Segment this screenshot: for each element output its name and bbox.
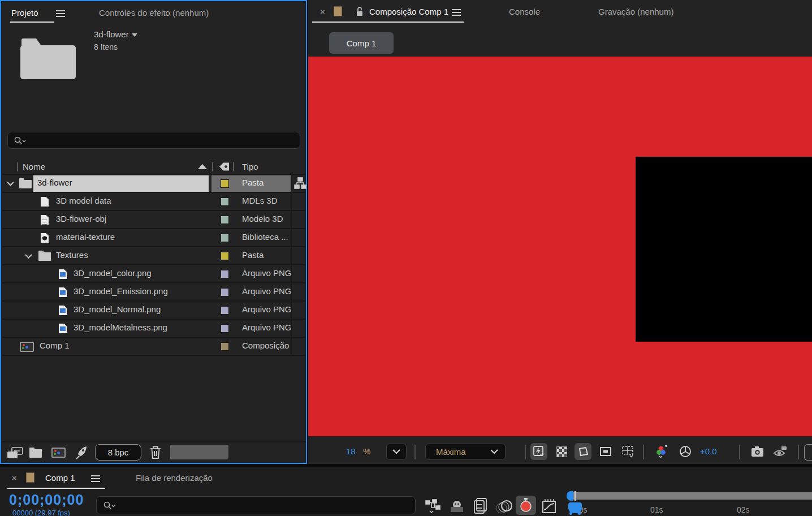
toolbar-divider (798, 445, 799, 459)
panel-menu-icon[interactable] (55, 10, 66, 18)
item-type: Composição (242, 341, 291, 350)
mini-flowchart-icon[interactable] (425, 499, 442, 514)
label-color-swatch[interactable] (221, 216, 229, 224)
flowchart-icon[interactable] (294, 177, 306, 190)
tab-active-underline (312, 22, 464, 23)
item-name: 3D_model_Normal.png (74, 304, 161, 314)
label-color-column-icon[interactable] (218, 161, 230, 172)
transparency-grid-button[interactable] (553, 443, 570, 460)
toolbar-divider (414, 445, 416, 459)
zoom-percent-sign: % (363, 446, 370, 456)
time-navigator-start-handle[interactable] (567, 491, 573, 501)
renderer-rocket-icon[interactable] (75, 445, 88, 460)
interpret-footage-icon[interactable] (7, 446, 24, 460)
exposure-value[interactable]: +0.0 (700, 446, 717, 456)
table-row[interactable]: 3D-flower-obj Modelo 3D (2, 211, 306, 229)
playhead[interactable] (568, 502, 582, 513)
auto-keyframe-button[interactable] (516, 496, 536, 515)
label-color-swatch[interactable] (221, 252, 229, 260)
exposure-button[interactable] (677, 443, 694, 460)
ruler-label-02s: 02s (737, 505, 750, 514)
table-row[interactable]: Textures Pasta (2, 247, 306, 265)
tab-render-queue[interactable]: Fila de renderização (136, 473, 213, 483)
collapse-chevron-icon[interactable] (25, 254, 32, 259)
tab-console[interactable]: Console (509, 7, 540, 16)
close-tab-button[interactable]: × (12, 473, 17, 483)
tab-effect-controls[interactable]: Controles do efeito (nenhum) (99, 8, 209, 18)
show-channel-button[interactable] (653, 443, 670, 460)
item-type: Arquivo PNG (242, 268, 291, 278)
panel-menu-icon[interactable] (90, 475, 101, 483)
label-color-swatch[interactable] (221, 342, 229, 351)
panel-menu-icon[interactable] (451, 8, 461, 16)
material-document-icon (41, 233, 49, 243)
delete-icon[interactable] (149, 445, 162, 459)
zoom-dropdown-button[interactable] (386, 444, 407, 460)
zoom-value[interactable]: 18 (346, 446, 356, 456)
column-header-type[interactable]: Tipo (242, 162, 258, 171)
selected-item-title[interactable]: 3d-flower (94, 29, 137, 39)
table-header: Nome Tipo (2, 159, 306, 175)
comp-label-swatch[interactable] (26, 472, 34, 483)
collapse-chevron-icon[interactable] (7, 182, 14, 186)
tab-projeto[interactable]: Projeto (11, 8, 38, 18)
tab-comp[interactable]: Comp 1 (45, 473, 75, 483)
table-row[interactable]: 3d-flower Pasta (2, 175, 306, 193)
current-timecode[interactable]: 0;00;00;00 (9, 492, 84, 508)
label-color-swatch[interactable] (221, 306, 229, 315)
region-of-interest-button[interactable] (597, 443, 614, 460)
image-file-icon (59, 269, 67, 279)
selected-item-thumbnail-folder-icon (20, 38, 76, 80)
table-row[interactable]: 3D_model_Normal.png Arquivo PNG (2, 302, 306, 320)
grid-guides-options-button[interactable] (620, 443, 637, 460)
sort-ascending-icon[interactable] (198, 164, 207, 169)
show-snapshot-button[interactable] (772, 443, 789, 460)
fast-previews-button[interactable] (530, 443, 547, 460)
new-composition-icon[interactable] (51, 448, 66, 458)
table-row[interactable]: material-texture Biblioteca ... (2, 229, 306, 247)
clipped-toolbar-button[interactable] (804, 444, 812, 461)
rgb-channels-icon (655, 445, 668, 458)
unlock-icon[interactable] (356, 6, 364, 16)
close-tab-button[interactable]: × (320, 7, 325, 16)
timeline-search-input[interactable] (96, 496, 416, 514)
label-color-swatch[interactable] (221, 288, 229, 296)
label-color-swatch[interactable] (221, 324, 229, 333)
chevron-down-icon (490, 449, 498, 454)
time-navigator-bar[interactable] (568, 492, 812, 500)
tab-composition[interactable]: Composição Comp 1 (369, 7, 448, 16)
shy-layers-icon[interactable] (449, 500, 465, 513)
bpc-button[interactable]: 8 bpc (95, 444, 141, 461)
label-color-swatch[interactable] (221, 234, 229, 242)
take-snapshot-button[interactable] (749, 443, 766, 460)
label-color-swatch[interactable] (221, 179, 229, 188)
image-file-icon (59, 324, 67, 333)
new-folder-icon[interactable] (29, 449, 42, 458)
frame-blending-icon[interactable] (473, 498, 489, 514)
tab-record[interactable]: Gravação (nenhum) (598, 7, 673, 16)
timeline-panel: × Comp 1 Fila de renderização 0;00;00;00… (0, 467, 812, 516)
table-row[interactable]: 3D_model_color.png Arquivo PNG (2, 265, 306, 283)
table-row[interactable]: 3D_modelMetalness.png Arquivo PNG (2, 320, 306, 338)
document-text-icon (41, 215, 49, 225)
table-row[interactable]: 3D_model_Emission.png Arquivo PNG (2, 283, 306, 302)
resolution-dropdown[interactable]: Máxima (425, 444, 506, 460)
comp-label-swatch[interactable] (334, 6, 342, 16)
composition-viewport[interactable] (308, 57, 812, 436)
comp-breadcrumb-button[interactable]: Comp 1 (329, 32, 394, 54)
mask-path-visibility-button[interactable] (575, 443, 591, 460)
table-row[interactable]: 3D model data MDLs 3D (2, 193, 306, 211)
table-row[interactable]: Comp 1 Composição (2, 338, 306, 356)
item-type: Biblioteca ... (242, 232, 291, 242)
item-name: 3D_model_Emission.png (74, 286, 168, 296)
footer-scrollbar[interactable] (170, 445, 228, 459)
label-color-swatch[interactable] (221, 270, 229, 278)
item-name: material-texture (56, 232, 115, 242)
graph-editor-icon[interactable] (542, 498, 558, 514)
frame-info: 00000 (29.97 fps) (12, 509, 70, 516)
project-footer-toolbar: 8 bpc (2, 441, 306, 464)
motion-blur-icon[interactable] (496, 500, 513, 514)
column-header-name[interactable]: Nome (23, 162, 45, 171)
label-color-swatch[interactable] (221, 197, 229, 206)
project-search-input[interactable] (7, 132, 300, 149)
